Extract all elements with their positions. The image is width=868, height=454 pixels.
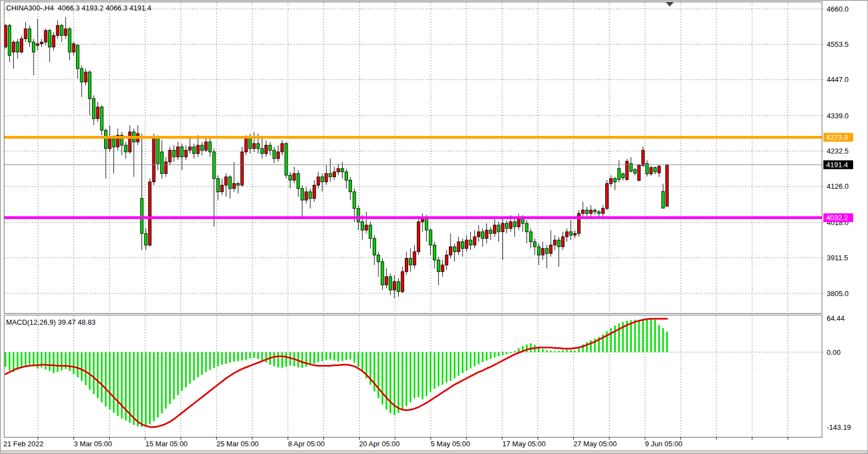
macd-histogram-bar xyxy=(658,325,660,352)
macd-histogram-bar xyxy=(149,352,151,424)
candle-body xyxy=(297,173,300,188)
macd-histogram-bar xyxy=(518,348,519,352)
candle-body xyxy=(181,147,183,157)
macd-histogram-bar xyxy=(69,352,70,371)
macd-histogram-bar xyxy=(333,352,335,360)
candle-body xyxy=(405,259,408,272)
macd-histogram-bar xyxy=(614,326,616,352)
macd-histogram-bar xyxy=(113,352,115,413)
candlestick-chart-canvas[interactable]: 4660.04553.54447.04339.04232.54126.04018… xyxy=(1,1,868,454)
macd-histogram-bar xyxy=(442,352,443,385)
macd-histogram-bar xyxy=(317,352,319,362)
candle-body xyxy=(269,145,272,150)
macd-histogram-bar xyxy=(357,352,359,367)
candle-body xyxy=(313,185,316,198)
candle-body xyxy=(509,222,512,228)
macd-histogram-bar xyxy=(329,352,331,359)
candle-body xyxy=(281,144,284,152)
macd-histogram-bar xyxy=(386,352,387,410)
price-axis-drag-zone[interactable] xyxy=(823,1,868,437)
candle-body xyxy=(478,232,480,237)
candle-body xyxy=(638,165,641,180)
macd-histogram-bar xyxy=(341,352,343,361)
macd-histogram-bar xyxy=(466,352,468,370)
candle-body xyxy=(557,240,560,247)
candle-body xyxy=(469,240,472,245)
macd-histogram-bar xyxy=(550,351,552,352)
macd-histogram-bar xyxy=(506,352,508,354)
candle-body xyxy=(8,25,11,55)
candle-body xyxy=(96,107,99,118)
macd-histogram-bar xyxy=(662,328,664,352)
macd-histogram-bar xyxy=(97,352,99,398)
macd-histogram-bar xyxy=(646,319,648,352)
candle-body xyxy=(32,42,35,52)
candle-body xyxy=(325,173,328,182)
macd-histogram-bar xyxy=(634,320,636,352)
macd-histogram-bar xyxy=(209,352,211,370)
candle-body xyxy=(661,192,664,208)
macd-histogram-bar xyxy=(426,352,427,396)
macd-histogram-bar xyxy=(213,352,215,368)
candle-body xyxy=(397,282,400,292)
macd-histogram-bar xyxy=(462,352,463,373)
macd-histogram-bar xyxy=(181,352,183,391)
macd-histogram-bar xyxy=(546,350,547,352)
macd-histogram-bar xyxy=(289,352,291,366)
macd-histogram-bar xyxy=(361,352,363,372)
candle-body xyxy=(265,145,268,154)
macd-histogram-bar xyxy=(101,352,102,402)
candle-body xyxy=(16,42,19,52)
candle-body xyxy=(666,165,669,206)
macd-histogram-bar xyxy=(586,342,588,352)
candle-body xyxy=(197,145,199,154)
macd-histogram-bar xyxy=(470,352,471,368)
candle-body xyxy=(645,163,648,174)
macd-histogram-bar xyxy=(454,352,455,379)
macd-histogram-bar xyxy=(157,352,159,418)
candle-body xyxy=(449,247,452,255)
candle-body xyxy=(473,237,476,245)
candle-body xyxy=(321,177,324,182)
macd-histogram-bar xyxy=(225,352,227,364)
candle-body xyxy=(172,150,175,157)
candle-body xyxy=(24,29,27,39)
candle-body xyxy=(485,230,488,238)
candle-body xyxy=(365,225,368,230)
macd-histogram-bar xyxy=(526,344,528,352)
candle-body xyxy=(465,240,468,248)
macd-histogram-bar xyxy=(121,352,123,419)
macd-histogram-bar xyxy=(45,352,46,369)
candle-body xyxy=(337,168,340,172)
candle-body xyxy=(614,178,616,182)
candle-body xyxy=(185,150,187,157)
candle-body xyxy=(177,147,180,157)
candle-body xyxy=(654,167,657,172)
candle-body xyxy=(56,25,59,35)
macd-histogram-bar xyxy=(638,320,640,352)
macd-histogram-bar xyxy=(237,352,239,361)
macd-histogram-bar xyxy=(278,352,279,368)
macd-histogram-bar xyxy=(169,352,171,404)
macd-histogram-bar xyxy=(245,352,247,360)
macd-histogram-bar xyxy=(438,352,440,386)
macd-histogram-bar xyxy=(32,352,34,367)
candle-body xyxy=(188,147,191,150)
macd-histogram-bar xyxy=(345,352,347,360)
macd-histogram-bar xyxy=(373,352,375,391)
macd-histogram-bar xyxy=(53,352,55,373)
candle-body xyxy=(253,144,256,149)
time-axis-drag-zone[interactable] xyxy=(1,437,822,450)
candle-body xyxy=(44,30,47,42)
candle-body xyxy=(569,232,572,235)
macd-histogram-bar xyxy=(494,352,496,358)
macd-histogram-bar xyxy=(498,352,500,357)
macd-histogram-bar xyxy=(514,351,516,352)
macd-histogram-bar xyxy=(61,352,62,370)
macd-histogram-bar xyxy=(25,352,26,366)
candle-body xyxy=(156,137,159,163)
candle-body xyxy=(357,209,360,222)
candle-body xyxy=(457,242,460,251)
candle-body xyxy=(36,43,39,45)
candle-body xyxy=(277,152,280,158)
